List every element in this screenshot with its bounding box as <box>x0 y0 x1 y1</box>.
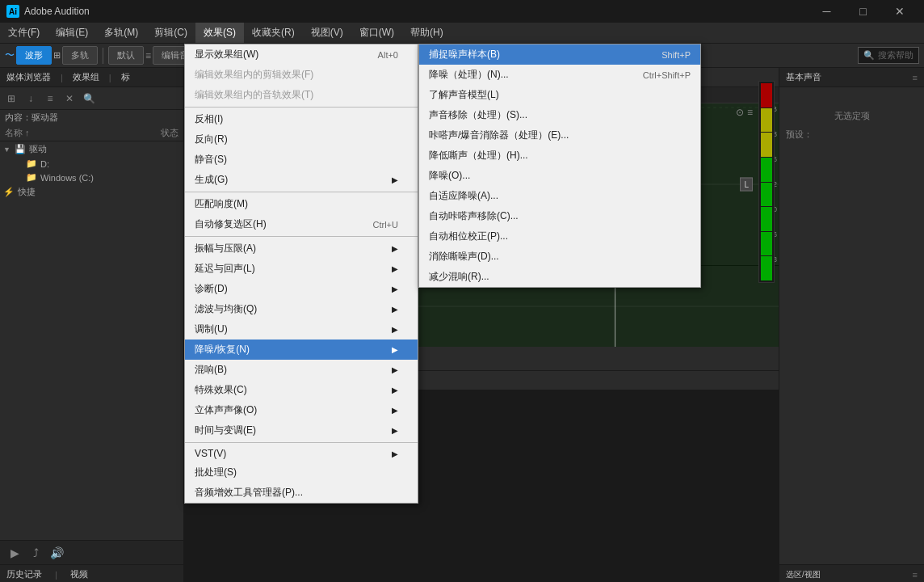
more-icon[interactable]: » <box>298 50 304 61</box>
menu-view[interactable]: 视图(V) <box>303 23 351 43</box>
menu-edit[interactable]: 编辑(E) <box>48 23 96 43</box>
bottom-right-panel: 选区/视图 ≡ 开始 结束 持续时间 选区 0:00.000 1:42.018 … <box>779 565 924 582</box>
tree-item-c[interactable]: 📁 Windows (C:) <box>0 171 183 184</box>
svg-rect-86 <box>372 148 373 221</box>
tree-item-drives[interactable]: ▼ 💾 驱动 <box>0 141 183 157</box>
svg-rect-204 <box>325 278 326 335</box>
right-panel: 基本声音 ≡ 无选定项 预设： <box>779 68 924 564</box>
svg-rect-87 <box>374 120 376 249</box>
tab-waveform[interactable]: 波形 <box>16 46 52 65</box>
svg-text:+0 dB: +0 dB <box>186 302 201 310</box>
tab-multitrack[interactable]: 多轨 <box>62 46 98 65</box>
mixer-tab[interactable]: 混音器 <box>246 71 272 83</box>
right-panel-menu-icon[interactable]: ≡ <box>913 73 918 82</box>
menu-effects[interactable]: 效果(S) <box>195 23 244 43</box>
transport-controls: ▶ ⤴ 🔊 <box>0 540 183 564</box>
svg-rect-10 <box>202 128 204 241</box>
svg-rect-179 <box>269 268 271 345</box>
svg-rect-173 <box>255 282 257 331</box>
right-panel-content: 无选定项 预设： <box>779 87 924 564</box>
svg-rect-60 <box>313 112 315 257</box>
svg-rect-116 <box>439 140 440 229</box>
svg-rect-58 <box>309 140 311 229</box>
tab-media-browser[interactable]: 媒体浏览器 <box>6 71 51 83</box>
svg-rect-129 <box>468 144 469 225</box>
tab-effects-group[interactable]: 效果组 <box>73 71 99 83</box>
file-tab[interactable]: 取.wav ≡ <box>191 71 233 83</box>
titlebar: Ai Adobe Audition ─ □ ✕ <box>0 0 924 23</box>
waveform-tabs: 取.wav ≡ 混音器 <box>184 68 779 87</box>
no-selection-label: 无选定项 <box>786 110 918 122</box>
selection-menu-icon[interactable]: ≡ <box>913 570 918 580</box>
menu-file[interactable]: 文件(F) <box>0 23 48 43</box>
new-folder-icon[interactable]: ⊞ <box>3 91 19 107</box>
menu-window[interactable]: 窗口(W) <box>351 23 402 43</box>
svg-rect-30 <box>246 132 248 237</box>
svg-rect-185 <box>282 278 284 335</box>
svg-rect-199 <box>313 268 315 345</box>
tree-item-quick[interactable]: ⚡ 快捷 <box>0 184 183 200</box>
svg-rect-127 <box>463 120 464 249</box>
content-label: 内容：驱动器 <box>0 110 183 125</box>
play-button[interactable]: ▶ <box>6 545 23 561</box>
svg-rect-50 <box>291 144 292 225</box>
svg-rect-151 <box>207 278 208 335</box>
cursor-indicator: ↔ <box>467 270 475 279</box>
svg-rect-88 <box>376 140 377 229</box>
svg-rect-65 <box>325 128 326 241</box>
close-button[interactable]: ✕ <box>881 0 918 23</box>
menu-help[interactable]: 帮助(H) <box>402 23 452 43</box>
svg-rect-201 <box>318 274 320 339</box>
svg-rect-184 <box>280 290 282 323</box>
svg-rect-20 <box>225 140 226 229</box>
menu-multitrack[interactable]: 多轨(M) <box>96 23 146 43</box>
export-button[interactable]: ⤴ <box>27 545 44 561</box>
volume-button[interactable]: 🔊 <box>48 545 65 561</box>
svg-rect-61 <box>316 144 317 225</box>
svg-rect-68 <box>331 120 333 249</box>
tab-default[interactable]: 默认 <box>108 46 144 65</box>
tab-markers[interactable]: 标 <box>121 71 130 83</box>
time-1-4: 1:4 <box>491 92 502 101</box>
history-tab: 历史记录 | 视频 <box>0 565 183 582</box>
basic-sound-label: 基本声音 <box>786 71 821 83</box>
svg-rect-91 <box>383 152 384 217</box>
search-media-icon[interactable]: 🔍 <box>81 91 97 107</box>
svg-rect-209 <box>336 278 338 335</box>
tab-radio[interactable]: 无线电作品 <box>234 46 296 65</box>
svg-rect-170 <box>249 286 250 327</box>
bottom-left-panel: 历史记录 | 视频 ▶ ⤴ 🔊 <box>0 565 184 582</box>
tree-item-d[interactable]: 📁 D: <box>0 157 183 171</box>
waveform-menu-icon[interactable]: ≡ <box>747 107 753 118</box>
drive-icon: 💾 <box>15 144 26 154</box>
svg-rect-14 <box>211 124 212 245</box>
level-label: 电平 <box>191 374 208 386</box>
col-name: 名称 ↑ <box>5 127 161 139</box>
menu-favorites[interactable]: 收藏夹(R) <box>244 23 303 43</box>
svg-rect-160 <box>226 286 228 327</box>
minimize-button[interactable]: ─ <box>808 0 845 23</box>
delete-icon[interactable]: ✕ <box>61 91 78 107</box>
svg-rect-69 <box>334 140 335 229</box>
tab-edit-video[interactable]: 编辑音频到视频 <box>153 46 233 65</box>
maximize-button[interactable]: □ <box>845 0 881 23</box>
search-box[interactable]: 🔍 搜索帮助 <box>858 47 919 64</box>
svg-rect-205 <box>327 270 329 343</box>
svg-rect-89 <box>378 132 380 237</box>
svg-rect-117 <box>440 120 442 249</box>
waveform-settings-icon[interactable]: ⊙ <box>736 107 744 118</box>
svg-rect-18 <box>220 128 221 241</box>
view-icon[interactable]: ≡ <box>42 91 58 107</box>
waveform-display[interactable]: +0 dB dB -3 -6 -12 -20 -6 -3 L <box>184 103 779 265</box>
menu-icon[interactable]: ≡ <box>145 50 151 61</box>
svg-rect-113 <box>431 124 433 245</box>
file-tab-menu[interactable]: ≡ <box>225 73 229 82</box>
svg-rect-28 <box>242 120 244 249</box>
menu-clip[interactable]: 剪辑(C) <box>146 23 195 43</box>
cursor-icon[interactable]: ↔ <box>467 270 475 279</box>
svg-rect-163 <box>233 282 235 331</box>
channel-l-indicator: L <box>740 178 753 192</box>
level-menu-icon[interactable]: ≡ <box>212 376 216 386</box>
import-icon[interactable]: ↓ <box>23 91 39 107</box>
svg-rect-211 <box>340 274 342 339</box>
